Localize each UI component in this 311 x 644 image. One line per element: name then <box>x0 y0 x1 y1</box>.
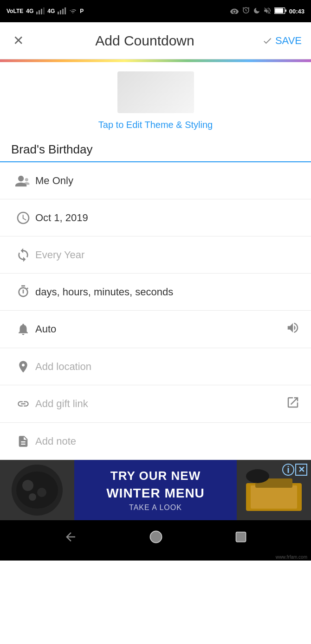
svg-rect-0 <box>36 12 38 14</box>
date-row[interactable]: Oct 1, 2019 <box>0 199 311 236</box>
date-label: Oct 1, 2019 <box>35 212 300 224</box>
ad-text: TRY OUR NEW WINTER MENU TAKE A LOOK <box>106 467 205 513</box>
back-nav-button[interactable] <box>64 530 78 544</box>
repeat-icon <box>11 248 35 262</box>
status-right: 00:43 <box>230 6 305 16</box>
note-label: Add note <box>35 435 300 447</box>
display-format-label: days, hours, minutes, seconds <box>35 286 300 298</box>
attr-text: www.frfam.com <box>276 555 307 560</box>
ad-info-button[interactable]: i <box>282 464 294 476</box>
close-button[interactable]: ✕ <box>9 29 27 52</box>
tap-edit-link[interactable]: Tap to Edit Theme & Styling <box>98 120 213 130</box>
footer-attribution: www.frfam.com <box>0 554 311 561</box>
svg-rect-10 <box>285 9 286 12</box>
theme-preview-box[interactable] <box>117 71 194 113</box>
svg-rect-19 <box>246 469 269 483</box>
ad-line1: TRY OUR NEW <box>106 467 205 484</box>
signal-bars-2 <box>58 7 66 16</box>
gift-link-label: Add gift link <box>35 398 286 410</box>
time-display: 00:43 <box>289 8 305 15</box>
p-icon: P <box>80 8 84 14</box>
svg-rect-9 <box>275 8 283 13</box>
wifi-icon <box>69 7 77 16</box>
app-bar: ✕ Add Countdown SAVE <box>0 22 311 59</box>
svg-rect-6 <box>62 9 64 14</box>
signal-bars-1 <box>36 7 45 16</box>
eye-icon <box>230 7 239 15</box>
svg-rect-4 <box>58 12 59 14</box>
bell-icon <box>11 322 35 337</box>
battery-icon <box>274 7 286 15</box>
notification-row[interactable]: Auto <box>0 311 311 348</box>
visibility-row[interactable]: Me Only <box>0 162 311 199</box>
home-nav-button[interactable] <box>149 530 163 544</box>
svg-rect-7 <box>65 7 66 14</box>
svg-point-14 <box>37 488 46 497</box>
signal-4g-2: 4G <box>47 8 55 14</box>
svg-rect-3 <box>43 7 45 14</box>
status-bar: VoLTE 4G 4G P 00:43 <box>0 0 311 22</box>
ad-banner[interactable]: TRY OUR NEW WINTER MENU TAKE A LOOK i ✕ <box>0 460 311 520</box>
visibility-label: Me Only <box>35 175 300 187</box>
svg-rect-17 <box>251 485 297 509</box>
location-row[interactable]: Add location <box>0 348 311 385</box>
ad-line2: WINTER MENU <box>106 484 205 502</box>
title-section <box>0 135 311 162</box>
pin-icon <box>11 359 35 375</box>
signal-4g-1: 4G <box>26 8 33 14</box>
ad-close-button[interactable]: ✕ <box>295 464 307 476</box>
clock-icon <box>11 210 35 225</box>
moon-icon <box>253 6 260 16</box>
recents-nav-button[interactable] <box>234 530 247 543</box>
alarm-icon <box>242 6 250 16</box>
display-format-row[interactable]: days, hours, minutes, seconds <box>0 274 311 311</box>
svg-point-15 <box>29 493 36 501</box>
external-link-icon[interactable] <box>286 395 300 412</box>
svg-point-13 <box>22 480 33 491</box>
repeat-label: Every Year <box>35 249 300 261</box>
ad-line3: TAKE A LOOK <box>106 503 205 513</box>
volume-icon <box>286 321 300 338</box>
svg-point-12 <box>16 472 58 509</box>
people-icon <box>11 174 35 187</box>
gift-link-row[interactable]: Add gift link <box>0 385 311 423</box>
save-label: SAVE <box>275 35 302 47</box>
page-title: Add Countdown <box>95 33 194 49</box>
nav-bar <box>0 520 311 554</box>
note-row[interactable]: Add note <box>0 423 311 460</box>
svg-point-20 <box>150 531 162 543</box>
svg-rect-5 <box>60 10 61 14</box>
status-left: VoLTE 4G 4G P <box>6 7 84 16</box>
svg-rect-1 <box>39 10 40 14</box>
svg-rect-21 <box>236 532 246 542</box>
event-title-input[interactable] <box>11 142 300 161</box>
note-icon <box>11 434 35 449</box>
location-label: Add location <box>35 361 300 373</box>
preview-section: Tap to Edit Theme & Styling <box>0 62 311 135</box>
notification-label: Auto <box>35 323 286 335</box>
svg-rect-2 <box>41 9 42 14</box>
link-icon <box>11 397 35 410</box>
repeat-row[interactable]: Every Year <box>0 236 311 274</box>
timer-icon <box>11 285 35 300</box>
save-button[interactable]: SAVE <box>262 35 302 47</box>
mute-icon <box>263 6 272 16</box>
ad-food-left <box>0 460 74 520</box>
volte-indicator: VoLTE <box>6 8 23 14</box>
